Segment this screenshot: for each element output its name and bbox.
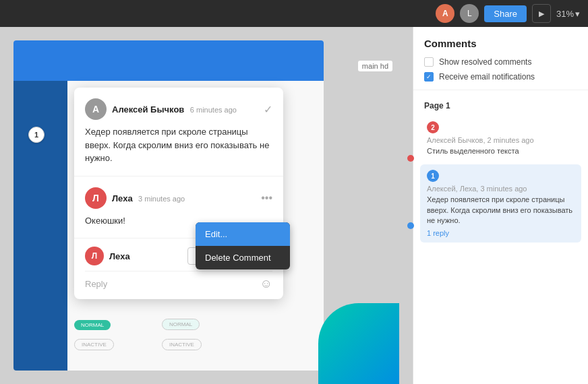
canvas-area: NORMAL INACTIVE NORMAL INACTIVE 1 main h… — [0, 27, 413, 384]
right-sidebar: Comments Show resolved comments ✓ Receiv… — [413, 27, 588, 384]
sidebar-comment-text-1: Стиль выделенного текста — [427, 146, 575, 156]
reply-avatar: Л — [85, 247, 104, 265]
receive-email-checkbox[interactable]: ✓ — [424, 72, 434, 82]
sidebar-comment-badge-2: 1 — [427, 170, 439, 182]
context-menu: Edit... Delete Comment — [196, 222, 290, 269]
sidebar-comment-header-2: 1 — [427, 170, 575, 182]
mockup-header — [13, 40, 324, 81]
comment-meta-1: Алексей Бычков 6 minutes ago — [112, 103, 258, 115]
play-icon: ▶ — [539, 9, 544, 18]
zoom-value: 31% — [556, 9, 574, 19]
page-label: Page 1 — [413, 96, 588, 113]
chevron-down-icon: ▾ — [575, 9, 580, 19]
sidebar-divider — [413, 90, 588, 90]
mockup-sidebar — [13, 81, 67, 371]
comment-meta-2: Леха 3 minutes ago — [112, 192, 256, 204]
context-menu-edit[interactable]: Edit... — [196, 222, 290, 246]
pin-number: 1 — [34, 131, 38, 139]
comment-avatar-1: А — [85, 98, 107, 120]
comment-time-2: 3 minutes ago — [138, 195, 185, 203]
zoom-indicator[interactable]: 31% ▾ — [556, 9, 580, 19]
user-avatar-1[interactable]: A — [436, 4, 454, 23]
receive-email-option[interactable]: ✓ Receive email notifications — [413, 69, 588, 84]
receive-email-label: Receive email notifications — [439, 72, 535, 82]
sidebar-comment-badge-1: 2 — [427, 121, 439, 133]
sidebar-comment-meta-2: Алексей, Леха, 3 minutes ago — [427, 185, 575, 193]
mockup-tag-inactive: INACTIVE — [74, 339, 114, 350]
play-button[interactable]: ▶ — [532, 4, 551, 23]
comment-author-2: Леха — [112, 193, 133, 203]
sidebar-comment-card-2[interactable]: 1 Алексей, Леха, 3 minutes ago Хедер поя… — [420, 164, 581, 242]
main-hd-label: main hd — [358, 61, 392, 71]
sidebar-comment-header-1: 2 — [427, 121, 575, 133]
comment-header-1: А Алексей Бычков 6 minutes ago ✓ — [85, 98, 272, 120]
comment-dot-red — [407, 155, 414, 162]
sidebar-comment-card-1[interactable]: 2 Алексей Бычков, 2 minutes ago Стиль вы… — [420, 116, 581, 162]
comment-author-1: Алексей Бычков — [112, 104, 184, 115]
comment-avatar-2: Л — [85, 187, 107, 209]
mockup-tag-normal2: NORMAL — [162, 319, 200, 330]
user-avatar-2[interactable]: L — [460, 4, 479, 23]
mockup-tag-normal: NORMAL — [74, 320, 111, 330]
show-resolved-option[interactable]: Show resolved comments — [413, 55, 588, 69]
share-button[interactable]: Share — [484, 5, 527, 22]
sidebar-comment-text-2: Хедер появляется при скроле страницы вве… — [427, 195, 575, 226]
more-options-icon[interactable]: ••• — [261, 192, 272, 204]
comment-popup: А Алексей Бычков 6 minutes ago ✓ Хедер п… — [74, 88, 283, 299]
sidebar-comment-meta-1: Алексей Бычков, 2 minutes ago — [427, 136, 575, 144]
blue-curve-decoration — [318, 303, 399, 384]
emoji-icon[interactable]: ☺ — [260, 277, 272, 291]
comment-item-2: Л Леха 3 minutes ago ••• Океюшки! Edit..… — [74, 177, 283, 239]
sidebar-comment-reply-2: 1 reply — [427, 229, 575, 237]
topbar: A L Share ▶ 31% ▾ — [0, 0, 588, 27]
context-menu-delete[interactable]: Delete Comment — [196, 246, 290, 269]
mockup-tag-inactive2: INACTIVE — [162, 339, 202, 350]
show-resolved-checkbox[interactable] — [424, 57, 434, 67]
sidebar-title: Comments — [413, 27, 588, 55]
show-resolved-label: Show resolved comments — [439, 57, 531, 67]
comment-dot-blue — [407, 222, 414, 229]
check-icon[interactable]: ✓ — [264, 103, 272, 116]
reply-input-placeholder[interactable]: Reply — [85, 279, 255, 289]
comment-pin[interactable]: 1 — [28, 127, 45, 143]
reply-input-row: Reply ☺ — [85, 271, 272, 291]
comment-header-2: Л Леха 3 minutes ago ••• — [85, 187, 272, 209]
comment-time-1: 6 minutes ago — [190, 106, 237, 114]
reply-author: Леха — [109, 251, 130, 261]
comment-item-1: А Алексей Бычков 6 minutes ago ✓ Хедер п… — [74, 88, 283, 177]
comment-text-1: Хедер появляется при скроле страницы вве… — [85, 125, 272, 165]
